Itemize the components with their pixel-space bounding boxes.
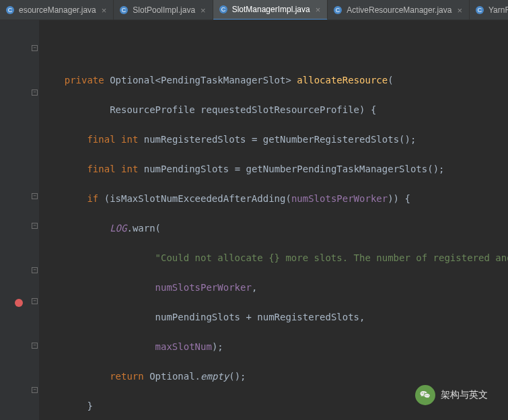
- fold-marker-icon[interactable]: −: [32, 343, 38, 349]
- code-area[interactable]: private Optional<PendingTaskManagerSlot>…: [39, 20, 508, 420]
- code-line: ResourceProfile requestedSlotResourcePro…: [39, 102, 508, 117]
- java-class-icon: C: [5, 5, 15, 15]
- java-class-icon: C: [475, 5, 484, 15]
- code-line: if (isMaxSlotNumExceededAfterAdding(numS…: [39, 191, 508, 206]
- fold-marker-icon[interactable]: −: [32, 45, 38, 51]
- close-icon[interactable]: ×: [102, 5, 107, 15]
- tab-label: SlotPoolImpl.java: [133, 5, 195, 15]
- tab-yarn[interactable]: C YarnRe: [470, 0, 508, 20]
- tab-label: esourceManager.java: [19, 5, 96, 15]
- svg-text:C: C: [122, 7, 126, 13]
- java-class-icon: C: [333, 5, 342, 15]
- tab-slotpool[interactable]: C SlotPoolImpl.java ×: [114, 0, 213, 20]
- code-line: private Optional<PendingTaskManagerSlot>…: [39, 73, 508, 88]
- code-line: LOG.warn(: [39, 221, 508, 236]
- fold-marker-icon[interactable]: −: [32, 267, 38, 273]
- gutter[interactable]: − − − − − − − −: [0, 20, 39, 420]
- code-line: "Could not allocate {} more slots. The n…: [39, 250, 508, 265]
- fold-marker-icon[interactable]: −: [32, 193, 38, 199]
- watermark-text: 架构与英文: [441, 389, 488, 401]
- close-icon[interactable]: ×: [201, 5, 206, 15]
- close-icon[interactable]: ×: [457, 5, 462, 15]
- fold-marker-icon[interactable]: −: [32, 223, 38, 229]
- svg-text:C: C: [221, 6, 225, 13]
- tab-activeresource[interactable]: C ActiveResourceManager.java ×: [328, 0, 470, 20]
- wechat-icon: [415, 385, 435, 405]
- tab-slotmanager[interactable]: C SlotManagerImpl.java ×: [213, 0, 328, 20]
- tab-bar: C esourceManager.java × C SlotPoolImpl.j…: [0, 0, 508, 20]
- svg-text:C: C: [8, 7, 13, 13]
- tab-resource-manager[interactable]: C esourceManager.java ×: [0, 0, 114, 20]
- tab-label: SlotManagerImpl.java: [232, 5, 310, 14]
- close-icon[interactable]: ×: [316, 5, 321, 15]
- code-line: return Optional.empty();: [39, 369, 508, 384]
- java-class-icon: C: [119, 5, 129, 15]
- watermark: 架构与英文: [415, 385, 488, 405]
- code-line: [39, 43, 508, 58]
- code-line: final int numPendingSlots = getNumberPen…: [39, 162, 508, 176]
- fold-marker-icon[interactable]: −: [32, 298, 38, 304]
- java-class-icon: C: [219, 5, 228, 14]
- code-line: final int numRegisteredSlots = getNumber…: [39, 132, 508, 147]
- editor: − − − − − − − − private Optional<Pending…: [0, 20, 508, 420]
- code-line: numSlotsPerWorker,: [39, 280, 508, 295]
- code-line: maxSlotNum);: [39, 339, 508, 354]
- tab-label: YarnRe: [488, 5, 508, 15]
- svg-text:C: C: [478, 7, 482, 13]
- breakpoint-icon[interactable]: [15, 299, 23, 307]
- svg-text:C: C: [336, 7, 340, 13]
- fold-marker-icon[interactable]: −: [32, 387, 38, 393]
- code-line: numPendingSlots + numRegisteredSlots,: [39, 310, 508, 324]
- tab-label: ActiveResourceManager.java: [347, 5, 451, 15]
- fold-marker-icon[interactable]: −: [32, 90, 38, 96]
